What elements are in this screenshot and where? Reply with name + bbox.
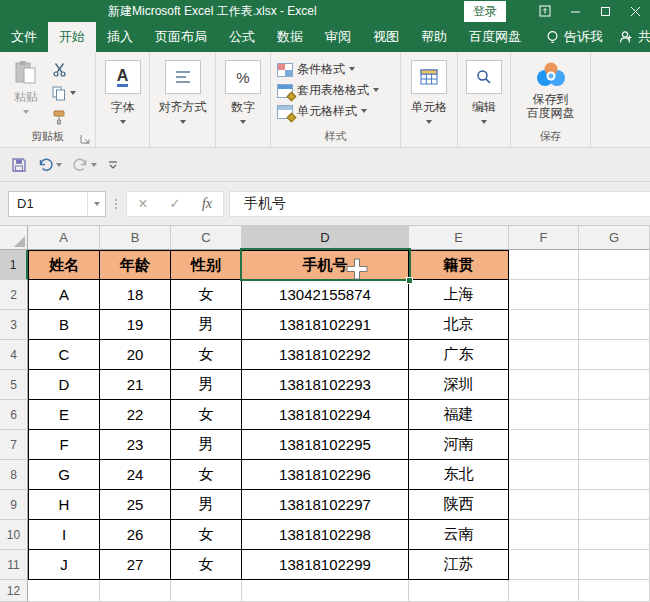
row-header-3[interactable]: 3 <box>0 310 28 340</box>
row-header-8[interactable]: 8 <box>0 460 28 490</box>
format-painter-button[interactable] <box>52 108 76 126</box>
cell-B4[interactable]: 20 <box>100 340 171 370</box>
cell-E12[interactable] <box>409 580 509 602</box>
cell-D9[interactable]: 13818102297 <box>242 490 409 520</box>
col-header-D[interactable]: D <box>242 226 409 250</box>
cell-D8[interactable]: 13818102296 <box>242 460 409 490</box>
number-group-button[interactable]: % 数字 <box>225 52 261 147</box>
row-header-5[interactable]: 5 <box>0 370 28 400</box>
cell-E3[interactable]: 北京 <box>409 310 509 340</box>
cell-E2[interactable]: 上海 <box>409 280 509 310</box>
cell-B10[interactable]: 26 <box>100 520 171 550</box>
tab-file[interactable]: 文件 <box>0 22 48 52</box>
conditional-formatting-button[interactable]: 条件格式 <box>277 59 355 80</box>
row-header-9[interactable]: 9 <box>0 490 28 520</box>
cell-D1[interactable]: 手机号 <box>242 250 409 280</box>
cell-C8[interactable]: 女 <box>171 460 242 490</box>
cell-A12[interactable] <box>28 580 100 602</box>
cell-A1[interactable]: 姓名 <box>28 250 100 280</box>
cell-D11[interactable]: 13818102299 <box>242 550 409 580</box>
cells-group-button[interactable]: 单元格 <box>411 52 447 147</box>
row-header-1[interactable]: 1 <box>0 250 28 280</box>
minimize-icon[interactable] <box>560 0 590 22</box>
format-as-table-button[interactable]: 套用表格格式 <box>277 80 379 101</box>
insert-function-icon[interactable]: fx <box>191 196 223 212</box>
tab-公式[interactable]: 公式 <box>218 22 266 52</box>
cell-C12[interactable] <box>171 580 242 602</box>
cell-G4[interactable] <box>579 340 650 370</box>
cell-F12[interactable] <box>509 580 579 602</box>
cut-button[interactable] <box>52 60 76 78</box>
cell-E9[interactable]: 陕西 <box>409 490 509 520</box>
cell-styles-button[interactable]: 单元格样式 <box>277 101 367 122</box>
cell-A5[interactable]: D <box>28 370 100 400</box>
cell-D2[interactable]: 13042155874 <box>242 280 409 310</box>
font-group-button[interactable]: A 字体 <box>105 52 141 147</box>
cell-G7[interactable] <box>579 430 650 460</box>
name-box-dropdown-icon[interactable] <box>87 192 105 216</box>
cell-B6[interactable]: 22 <box>100 400 171 430</box>
cell-A7[interactable]: F <box>28 430 100 460</box>
select-all-corner[interactable] <box>0 226 28 250</box>
row-header-12[interactable]: 12 <box>0 580 28 602</box>
cell-G3[interactable] <box>579 310 650 340</box>
cell-E5[interactable]: 深圳 <box>409 370 509 400</box>
cell-C1[interactable]: 性别 <box>171 250 242 280</box>
cell-C2[interactable]: 女 <box>171 280 242 310</box>
cell-B2[interactable]: 18 <box>100 280 171 310</box>
cell-E6[interactable]: 福建 <box>409 400 509 430</box>
save-to-baidu-button[interactable]: 保存到百度网盘 <box>527 52 575 120</box>
cell-A3[interactable]: B <box>28 310 100 340</box>
cell-A8[interactable]: G <box>28 460 100 490</box>
tell-me-box[interactable]: 告诉我 <box>538 22 611 52</box>
cell-G11[interactable] <box>579 550 650 580</box>
row-header-7[interactable]: 7 <box>0 430 28 460</box>
cell-C3[interactable]: 男 <box>171 310 242 340</box>
cell-E4[interactable]: 广东 <box>409 340 509 370</box>
save-button[interactable] <box>8 154 30 176</box>
cell-D12[interactable] <box>242 580 409 602</box>
editing-group-button[interactable]: 编辑 <box>466 52 502 147</box>
cell-B7[interactable]: 23 <box>100 430 171 460</box>
cell-C10[interactable]: 女 <box>171 520 242 550</box>
cell-F10[interactable] <box>509 520 579 550</box>
cell-D3[interactable]: 13818102291 <box>242 310 409 340</box>
cell-E7[interactable]: 河南 <box>409 430 509 460</box>
cell-F5[interactable] <box>509 370 579 400</box>
customize-qat-button[interactable] <box>104 156 122 174</box>
tab-帮助[interactable]: 帮助 <box>410 22 458 52</box>
cell-E11[interactable]: 江苏 <box>409 550 509 580</box>
cell-B9[interactable]: 25 <box>100 490 171 520</box>
cell-F11[interactable] <box>509 550 579 580</box>
cell-B11[interactable]: 27 <box>100 550 171 580</box>
cell-B12[interactable] <box>100 580 171 602</box>
row-header-2[interactable]: 2 <box>0 280 28 310</box>
cell-F3[interactable] <box>509 310 579 340</box>
col-header-G[interactable]: G <box>579 226 650 250</box>
cell-C11[interactable]: 女 <box>171 550 242 580</box>
alignment-group-button[interactable]: 对齐方式 <box>159 52 207 147</box>
cell-F6[interactable] <box>509 400 579 430</box>
formula-bar-resizer[interactable] <box>115 199 117 209</box>
cell-G2[interactable] <box>579 280 650 310</box>
copy-button[interactable] <box>52 84 76 102</box>
col-header-A[interactable]: A <box>28 226 100 250</box>
cell-F2[interactable] <box>509 280 579 310</box>
col-header-B[interactable]: B <box>100 226 171 250</box>
cell-E10[interactable]: 云南 <box>409 520 509 550</box>
cell-E8[interactable]: 东北 <box>409 460 509 490</box>
redo-button[interactable] <box>69 154 100 175</box>
cell-F9[interactable] <box>509 490 579 520</box>
name-box[interactable]: D1 <box>8 191 106 217</box>
sign-in-button[interactable]: 登录 <box>464 1 506 22</box>
cell-G1[interactable] <box>579 250 650 280</box>
cell-A10[interactable]: I <box>28 520 100 550</box>
cell-G9[interactable] <box>579 490 650 520</box>
tab-数据[interactable]: 数据 <box>266 22 314 52</box>
confirm-entry-icon[interactable]: ✓ <box>159 196 191 211</box>
paste-button[interactable]: 粘贴 <box>8 60 44 114</box>
cell-D6[interactable]: 13818102294 <box>242 400 409 430</box>
cell-F1[interactable] <box>509 250 579 280</box>
cell-G10[interactable] <box>579 520 650 550</box>
row-header-10[interactable]: 10 <box>0 520 28 550</box>
